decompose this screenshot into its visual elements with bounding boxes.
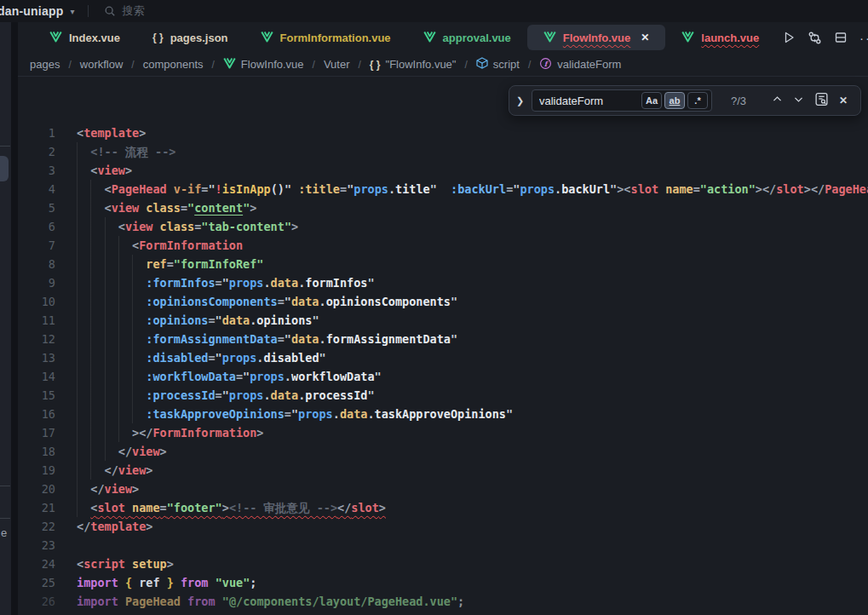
titlebar-search[interactable]: 搜索 <box>104 3 144 19</box>
code-line[interactable]: 3<view> <box>18 161 868 180</box>
breadcrumb-item--flowinfo-vue-[interactable]: { }"FlowInfo.vue" <box>368 58 458 71</box>
project-dropdown-chevron-icon[interactable]: ▾ <box>70 7 74 16</box>
line-number[interactable]: 4 <box>18 180 55 198</box>
line-number[interactable]: 14 <box>18 367 55 386</box>
editor-actions: ·· <box>774 22 868 53</box>
next-match-button[interactable] <box>793 93 804 108</box>
tab-launch-vue[interactable]: launch.vue <box>665 25 775 50</box>
line-number[interactable]: 20 <box>18 480 55 498</box>
indent-guides <box>77 348 146 367</box>
code-line[interactable]: 26import PageHead from "@/components/lay… <box>18 592 868 611</box>
project-name[interactable]: dan-uniapp <box>0 4 63 18</box>
breadcrumb-separator: / <box>212 59 215 71</box>
code-line[interactable]: 21<slot name="footer"><!-- 审批意见 --></slo… <box>18 498 868 517</box>
line-number[interactable]: 26 <box>18 592 55 611</box>
code-line[interactable]: 17></FormInformation> <box>18 423 868 442</box>
previous-match-button[interactable] <box>772 93 783 108</box>
line-number[interactable]: 9 <box>18 273 55 292</box>
breadcrumb-separator: / <box>359 59 361 71</box>
tab-index-vue[interactable]: Index.vue <box>33 25 136 50</box>
breadcrumb-item-script[interactable]: script <box>474 57 521 72</box>
code-line[interactable]: 14:workflowData="props.workflowData" <box>18 367 868 386</box>
code-line[interactable]: 16:taskApproveOpinions="props.data.taskA… <box>18 405 868 423</box>
line-number[interactable]: 2 <box>18 142 55 161</box>
line-number[interactable]: 25 <box>18 573 55 592</box>
more-actions-icon[interactable]: ·· <box>859 31 868 45</box>
find-in-selection-button[interactable] <box>814 92 829 110</box>
close-tab-icon[interactable]: ✕ <box>641 32 649 43</box>
code-line[interactable]: 12:formAssignmentData="data.formAssignme… <box>18 330 868 348</box>
tab-flowinfo-vue[interactable]: FlowInfo.vue✕ <box>527 25 666 50</box>
code-line[interactable]: 15:processId="props.data.processId" <box>18 386 868 405</box>
line-number[interactable]: 5 <box>18 198 55 217</box>
line-number[interactable]: 21 <box>18 498 55 517</box>
code-line[interactable]: 13:disabled="props.disabled" <box>18 348 868 367</box>
code-line[interactable]: 23 <box>18 536 868 555</box>
indent-guides <box>77 442 118 461</box>
breadcrumb-item-workflow[interactable]: workflow <box>78 58 125 71</box>
indent-guides <box>77 161 90 180</box>
line-number[interactable]: 7 <box>18 236 55 255</box>
breadcrumb-label: workflow <box>80 58 124 71</box>
breadcrumb-item-validateform[interactable]: fvalidateForm <box>537 57 623 72</box>
code-line[interactable]: 10:opinionsComponents="data.opinionsComp… <box>18 292 868 311</box>
line-number[interactable]: 3 <box>18 161 55 180</box>
line-number[interactable]: 19 <box>18 461 55 480</box>
line-number[interactable]: 11 <box>18 311 55 330</box>
run-button[interactable] <box>782 31 796 44</box>
line-number[interactable]: 24 <box>18 555 55 573</box>
match-case-button[interactable]: Aa <box>641 92 662 109</box>
split-editor-icon[interactable] <box>834 31 848 44</box>
code-line[interactable]: 2<!-- 流程 --> <box>18 142 868 161</box>
close-find-button[interactable]: ✕ <box>839 95 848 106</box>
line-number[interactable]: 12 <box>18 330 55 348</box>
code-line[interactable]: 1<template> <box>18 124 868 142</box>
code-line[interactable]: 9:formInfos="props.data.formInfos" <box>18 273 868 292</box>
whole-word-button[interactable]: ab <box>664 92 685 109</box>
breadcrumb-item-flowinfo-vue[interactable]: FlowInfo.vue <box>221 57 306 72</box>
indent-guides <box>77 405 146 423</box>
sidebar-sash[interactable] <box>11 22 18 615</box>
code-line[interactable]: 8ref="formInfoRef" <box>18 255 868 273</box>
code-line[interactable]: 11:opinions="data.opinions" <box>18 311 868 330</box>
line-number[interactable]: 15 <box>18 386 55 405</box>
line-number[interactable]: 22 <box>18 517 55 536</box>
line-number[interactable]: 13 <box>18 348 55 367</box>
code-line[interactable]: 18</view> <box>18 442 868 461</box>
code-line[interactable]: 25import { ref } from "vue"; <box>18 573 868 592</box>
line-number[interactable]: 6 <box>18 217 55 236</box>
find-input-box: Aa ab .* <box>532 89 712 112</box>
tab-label: pages.json <box>170 32 228 44</box>
code-line[interactable]: 22</template> <box>18 517 868 536</box>
breadcrumb-item-vuter[interactable]: Vuter <box>322 58 352 71</box>
line-number[interactable]: 23 <box>18 536 55 555</box>
code-line[interactable]: 6<view class="tab-content"> <box>18 217 868 236</box>
braces-icon: { } <box>370 59 381 71</box>
line-number[interactable]: 8 <box>18 255 55 273</box>
titlebar-divider <box>88 5 89 17</box>
breadcrumb-item-components[interactable]: components <box>141 58 205 71</box>
tab-pages-json[interactable]: { }pages.json <box>136 25 244 50</box>
line-number[interactable]: 18 <box>18 442 55 461</box>
line-number[interactable]: 1 <box>18 124 55 142</box>
line-number[interactable]: 10 <box>18 292 55 311</box>
code-line[interactable]: 7<FormInformation <box>18 236 868 255</box>
find-input[interactable] <box>539 95 641 107</box>
tab-approval-vue[interactable]: approval.vue <box>407 25 527 50</box>
breadcrumb-item-pages[interactable]: pages <box>28 58 61 71</box>
panel-edge-line <box>0 518 10 519</box>
toggle-replace-chevron-icon[interactable]: ❯ <box>516 95 525 106</box>
code-text: <template> <box>77 124 146 142</box>
code-line[interactable]: 24<script setup> <box>18 555 868 573</box>
code-line[interactable]: 19</view> <box>18 461 868 480</box>
line-number[interactable]: 16 <box>18 405 55 423</box>
tab-forminformation-vue[interactable]: FormInformation.vue <box>244 25 407 50</box>
regex-button[interactable]: .* <box>687 92 708 109</box>
code-line[interactable]: 20</view> <box>18 480 868 498</box>
code-line[interactable]: 5<view class="content"> <box>18 198 868 217</box>
code-line[interactable]: 4<PageHead v-if="!isInApp()" :title="pro… <box>18 180 868 198</box>
line-number[interactable]: 17 <box>18 423 55 442</box>
source-control-compare-icon[interactable] <box>808 31 822 45</box>
panel-handle[interactable] <box>0 156 9 181</box>
breadcrumb-label: "FlowInfo.vue" <box>386 58 457 71</box>
